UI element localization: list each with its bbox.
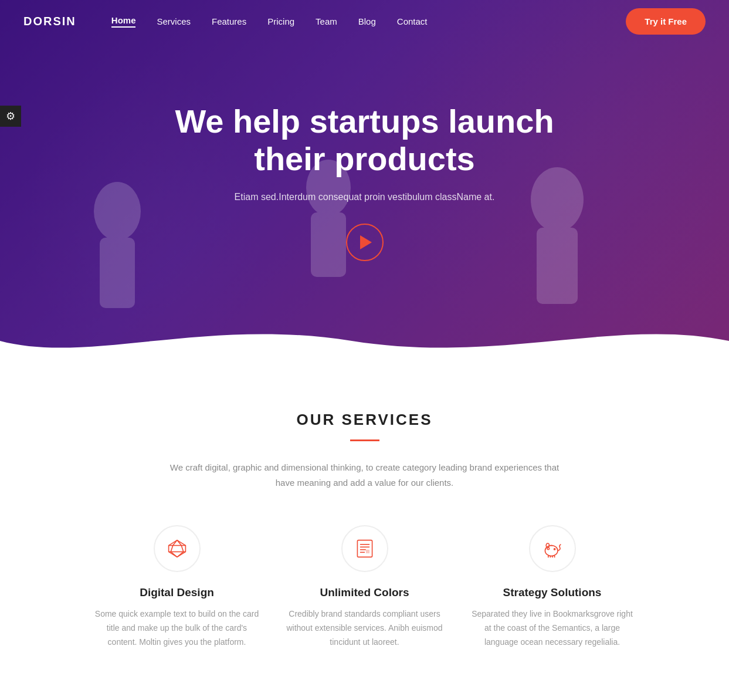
unlimited-colors-icon-wrap <box>341 525 388 572</box>
unlimited-colors-title: Unlimited Colors <box>283 586 447 599</box>
svg-line-12 <box>181 546 184 552</box>
nav-links: Home Services Features Pricing Team Blog… <box>111 15 626 28</box>
service-cards-container: Digital Design Some quick example text t… <box>23 525 706 649</box>
document-icon <box>354 538 375 559</box>
gear-icon: ⚙ <box>6 110 15 123</box>
hero-section: We help startups launch their products E… <box>0 0 729 364</box>
nav-services[interactable]: Services <box>157 16 191 26</box>
services-section: OUR SERVICES We craft digital, graphic a… <box>0 364 729 684</box>
digital-design-text: Some quick example text to build on the … <box>95 607 259 649</box>
service-card-unlimited-colors: Unlimited Colors Credibly brand standard… <box>283 525 447 649</box>
play-button[interactable] <box>346 224 384 261</box>
hero-content: We help startups launch their products E… <box>130 103 599 262</box>
unlimited-colors-text: Credibly brand standards compliant users… <box>283 607 447 649</box>
hero-wave <box>0 317 729 364</box>
digital-design-icon-wrap <box>154 525 201 572</box>
strategy-solutions-text: Separated they live in Bookmarksgrove ri… <box>470 607 635 649</box>
nav-blog[interactable]: Blog <box>358 16 376 26</box>
services-description: We craft digital, graphic and dimensiona… <box>165 460 564 490</box>
settings-gear[interactable]: ⚙ <box>0 106 21 127</box>
svg-line-14 <box>177 552 184 557</box>
nav-home[interactable]: Home <box>111 15 136 28</box>
piggy-bank-icon <box>542 538 563 559</box>
try-it-free-button[interactable]: Try it Free <box>626 8 706 35</box>
nav-pricing[interactable]: Pricing <box>267 16 294 26</box>
strategy-solutions-icon-wrap <box>529 525 576 572</box>
hero-title: We help startups launch their products <box>142 103 588 178</box>
svg-point-29 <box>554 549 555 550</box>
navbar: DORSIN Home Services Features Pricing Te… <box>0 0 729 42</box>
svg-line-13 <box>171 552 177 557</box>
svg-line-11 <box>171 546 173 552</box>
svg-rect-15 <box>357 540 372 557</box>
nav-features[interactable]: Features <box>212 16 246 26</box>
services-section-title: OUR SERVICES <box>23 411 706 429</box>
hero-subtitle: Etiam sed.Interdum consequat proin vesti… <box>142 192 588 202</box>
diamond-icon <box>167 538 188 559</box>
nav-contact[interactable]: Contact <box>397 16 428 26</box>
strategy-solutions-title: Strategy Solutions <box>470 586 635 599</box>
play-icon <box>360 235 372 249</box>
service-card-digital-design: Digital Design Some quick example text t… <box>95 525 259 649</box>
section-divider <box>350 439 379 441</box>
svg-marker-6 <box>168 540 185 557</box>
svg-rect-20 <box>365 550 369 553</box>
service-card-strategy-solutions: Strategy Solutions Separated they live i… <box>470 525 635 649</box>
brand-logo[interactable]: DORSIN <box>23 15 76 28</box>
nav-team[interactable]: Team <box>316 16 337 26</box>
digital-design-title: Digital Design <box>95 586 259 599</box>
